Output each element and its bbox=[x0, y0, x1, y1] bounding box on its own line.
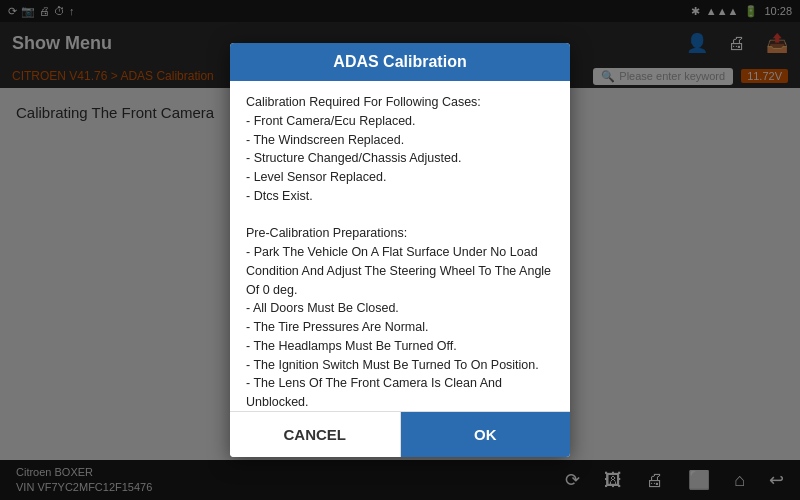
dialog-body: Calibration Required For Following Cases… bbox=[230, 81, 570, 411]
ok-button[interactable]: OK bbox=[401, 412, 571, 457]
dialog-header: ADAS Calibration bbox=[230, 43, 570, 81]
dialog-body-text: Calibration Required For Following Cases… bbox=[246, 95, 553, 411]
dialog-footer: CANCEL OK bbox=[230, 411, 570, 457]
modal-overlay: ADAS Calibration Calibration Required Fo… bbox=[0, 0, 800, 500]
adas-calibration-dialog: ADAS Calibration Calibration Required Fo… bbox=[230, 43, 570, 457]
cancel-button[interactable]: CANCEL bbox=[230, 412, 401, 457]
